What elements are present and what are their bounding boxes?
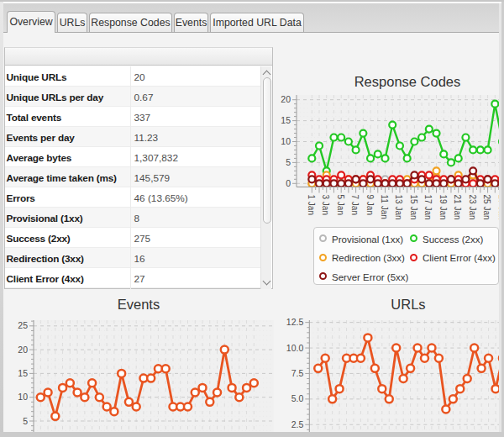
svg-text:15 Jan: 15 Jan xyxy=(409,195,418,220)
svg-text:5: 5 xyxy=(286,157,291,167)
svg-text:12.5: 12.5 xyxy=(286,317,304,327)
svg-text:2.5: 2.5 xyxy=(291,419,304,429)
svg-text:17 Jan: 17 Jan xyxy=(423,195,433,220)
svg-text:20: 20 xyxy=(281,94,291,104)
svg-text:3 Jan: 3 Jan xyxy=(321,195,330,215)
svg-text:15: 15 xyxy=(18,368,28,378)
svg-text:20: 20 xyxy=(18,345,28,355)
svg-text:Response Codes: Response Codes xyxy=(354,74,461,89)
svg-text:13 Jan: 13 Jan xyxy=(394,195,403,220)
svg-text:10: 10 xyxy=(281,136,291,146)
svg-text:19 Jan: 19 Jan xyxy=(438,195,448,220)
svg-text:11 Jan: 11 Jan xyxy=(380,195,389,219)
svg-text:5: 5 xyxy=(23,416,28,426)
svg-text:7 Jan: 7 Jan xyxy=(350,195,360,215)
svg-text:1 Jan: 1 Jan xyxy=(307,195,316,215)
svg-text:5 Jan: 5 Jan xyxy=(336,195,345,215)
svg-text:25 Jan: 25 Jan xyxy=(482,195,491,220)
svg-text:10.0: 10.0 xyxy=(286,343,304,353)
svg-text:0: 0 xyxy=(286,178,291,188)
svg-text:21 Jan: 21 Jan xyxy=(453,195,462,220)
svg-text:URLs: URLs xyxy=(391,297,425,312)
svg-text:Events: Events xyxy=(118,297,160,312)
svg-text:15: 15 xyxy=(281,115,291,125)
svg-text:10: 10 xyxy=(18,392,28,402)
svg-text:5.0: 5.0 xyxy=(291,393,304,403)
svg-text:9 Jan: 9 Jan xyxy=(365,195,375,215)
svg-text:25: 25 xyxy=(18,320,28,330)
svg-text:23 Jan: 23 Jan xyxy=(468,195,477,220)
svg-text:7.5: 7.5 xyxy=(291,368,304,378)
